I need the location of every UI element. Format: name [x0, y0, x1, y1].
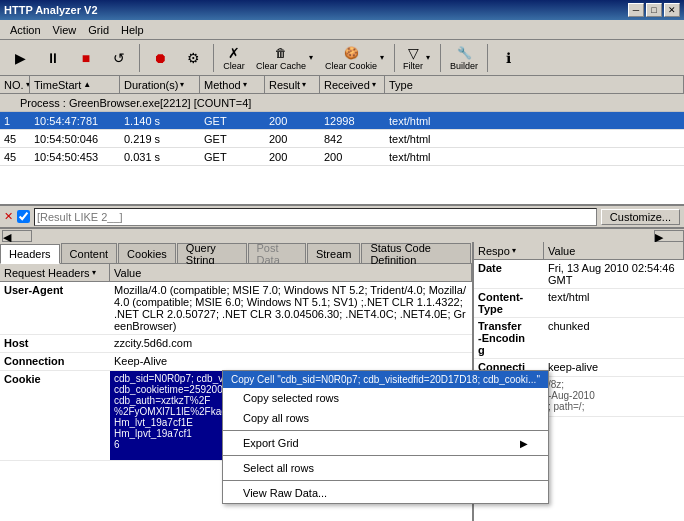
tab-stream[interactable]: Stream [307, 243, 360, 263]
tab-content[interactable]: Content [61, 243, 118, 263]
col-time-header[interactable]: TimeStart▲ [30, 76, 120, 93]
req-col-name-header[interactable]: Request Headers ▾ [0, 264, 110, 281]
table-header: NO.▾ TimeStart▲ Duration(s)▾ Method▾ Res… [0, 76, 684, 94]
cell-result: 200 [265, 150, 320, 164]
tab-post-data[interactable]: Post Data [248, 243, 306, 263]
col-type-header[interactable]: Type [385, 76, 684, 93]
clear-icon: ✗ [226, 45, 242, 61]
settings-icon: ⚙ [185, 50, 201, 66]
refresh-icon: ↺ [111, 50, 127, 66]
ctx-item-view-raw[interactable]: View Raw Data... [223, 483, 548, 503]
toolbar: ▶ ⏸ ■ ↺ ⏺ ⚙ ✗ Clear 🗑 Clear Cache ▾ [0, 40, 684, 76]
window-controls[interactable]: ─ □ ✕ [628, 3, 680, 17]
cell-type: text/html [385, 114, 684, 128]
record-button[interactable]: ⏺ [144, 42, 176, 74]
resp-col-name-header[interactable]: Respo ▾ [474, 242, 544, 259]
response-header: Respo ▾ Value [474, 242, 684, 260]
cell-type: text/html [385, 150, 684, 164]
table-row[interactable]: 1 10:54:47:781 1.140 s GET 200 12998 tex… [0, 112, 684, 130]
customize-button[interactable]: Customize... [601, 209, 680, 225]
cell-type: text/html [385, 132, 684, 146]
req-col-val-header[interactable]: Value [110, 264, 472, 281]
builder-icon: 🔧 [456, 45, 472, 61]
ctx-export-label: Export Grid [243, 437, 299, 449]
filter-checkbox[interactable] [17, 210, 30, 223]
clear-cookie-label: Clear Cookie [325, 61, 377, 71]
pause-button[interactable]: ⏸ [37, 42, 69, 74]
ctx-export-arrow: ▶ [520, 438, 528, 449]
tab-query-string[interactable]: Query String [177, 243, 247, 263]
cell-result: 200 [265, 132, 320, 146]
resp-name-date: Date [474, 260, 544, 276]
scroll-left-button[interactable]: ◀ [2, 230, 32, 242]
info-button[interactable]: ℹ [492, 42, 524, 74]
clear-cache-icon: 🗑 [273, 45, 289, 61]
toolbar-secondary-group: ⏺ ⚙ [144, 42, 209, 74]
filter-input[interactable] [34, 208, 597, 226]
close-button[interactable]: ✕ [664, 3, 680, 17]
resp-col-val-header[interactable]: Value [544, 242, 684, 259]
cell-time: 10:54:47:781 [30, 114, 120, 128]
settings-button[interactable]: ⚙ [177, 42, 209, 74]
ctx-copy-selected-label: Copy selected rows [243, 392, 339, 404]
ctx-item-copy-selected[interactable]: Copy selected rows [223, 388, 548, 408]
req-val-host: zzcity.5d6d.com [110, 335, 472, 352]
clear-cookie-button[interactable]: 🍪 Clear Cookie ▾ [321, 42, 390, 74]
filter-label: Filter [403, 61, 423, 71]
col-no-header[interactable]: NO.▾ [0, 76, 30, 93]
cell-dur: 1.140 s [120, 114, 200, 128]
resp-name-content-type: Content-Type [474, 289, 544, 317]
cell-recv: 200 [320, 150, 385, 164]
ctx-item-select-all[interactable]: Select all rows [223, 458, 548, 478]
builder-label: Builder [450, 61, 478, 71]
maximize-button[interactable]: □ [646, 3, 662, 17]
menu-action[interactable]: Action [4, 22, 47, 38]
menu-bar: Action View Grid Help [0, 20, 684, 40]
toolbar-sep-3 [394, 44, 395, 72]
refresh-button[interactable]: ↺ [103, 42, 135, 74]
stop-button[interactable]: ■ [70, 42, 102, 74]
tab-status-code[interactable]: Status Code Definition [361, 243, 471, 263]
req-table-header: Request Headers ▾ Value [0, 264, 472, 282]
cell-time: 10:54:50:046 [30, 132, 120, 146]
resp-row-transfer-encoding: Transfer-Encoding chunked [474, 318, 684, 359]
start-button[interactable]: ▶ [4, 42, 36, 74]
cell-dur: 0.219 s [120, 132, 200, 146]
resp-val-empty1: /8z;-Aug-2010; path=/; [544, 377, 684, 416]
cell-method: GET [200, 132, 265, 146]
menu-grid[interactable]: Grid [82, 22, 115, 38]
cell-method: GET [200, 114, 265, 128]
ctx-sep-3 [223, 480, 548, 481]
info-icon: ℹ [500, 50, 516, 66]
ctx-item-copy-cell[interactable]: Copy Cell "cdb_sid=N0R0p7; cdb_visitedfi… [223, 371, 548, 388]
clear-button[interactable]: ✗ Clear [218, 42, 250, 74]
menu-help[interactable]: Help [115, 22, 150, 38]
filter-button[interactable]: ▽ Filter ▾ [399, 42, 436, 74]
scroll-track[interactable] [32, 230, 654, 242]
col-method-header[interactable]: Method▾ [200, 76, 265, 93]
clear-cache-label: Clear Cache [256, 61, 306, 71]
table-row[interactable]: 45 10:54:50:453 0.031 s GET 200 200 text… [0, 148, 684, 166]
tab-cookies[interactable]: Cookies [118, 243, 176, 263]
builder-button[interactable]: 🔧 Builder [445, 42, 483, 74]
filter-icon: ▽ [405, 45, 421, 61]
ctx-sep-2 [223, 455, 548, 456]
toolbar-main-group: ▶ ⏸ ■ ↺ [4, 42, 135, 74]
clear-cache-button[interactable]: 🗑 Clear Cache ▾ [252, 42, 319, 74]
cell-recv: 842 [320, 132, 385, 146]
table-row[interactable]: 45 10:54:50:046 0.219 s GET 200 842 text… [0, 130, 684, 148]
tab-headers[interactable]: Headers [0, 244, 60, 264]
menu-view[interactable]: View [47, 22, 83, 38]
ctx-item-copy-all[interactable]: Copy all rows [223, 408, 548, 428]
col-result-header[interactable]: Result▾ [265, 76, 320, 93]
ctx-copy-cell-label: Copy Cell "cdb_sid=N0R0p7; cdb_visitedfi… [231, 374, 540, 385]
resp-val-date: Fri, 13 Aug 2010 02:54:46 GMT [544, 260, 684, 288]
horizontal-scrollbar[interactable]: ◀ ▶ [0, 228, 684, 242]
ctx-item-export-grid[interactable]: Export Grid ▶ [223, 433, 548, 453]
col-dur-header[interactable]: Duration(s)▾ [120, 76, 200, 93]
minimize-button[interactable]: ─ [628, 3, 644, 17]
scroll-right-button[interactable]: ▶ [654, 230, 684, 242]
pause-icon: ⏸ [45, 50, 61, 66]
col-recv-header[interactable]: Received▾ [320, 76, 385, 93]
resp-val-transfer-encoding: chunked [544, 318, 684, 358]
